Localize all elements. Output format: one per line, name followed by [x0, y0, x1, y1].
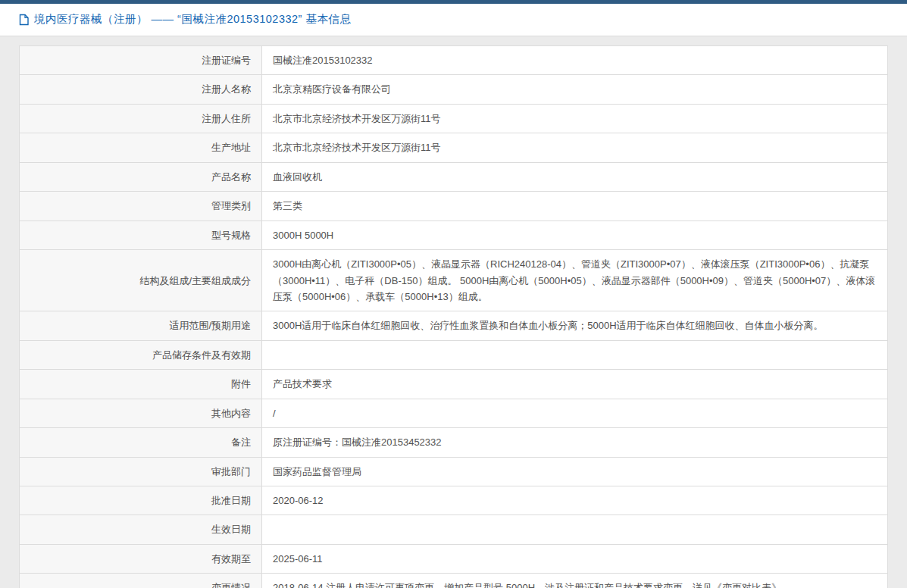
row-label-text: 生效日期	[211, 521, 251, 537]
table-row: 适用范围/预期用途3000H适用于临床自体红细胞回收、治疗性血浆置换和自体血小板…	[20, 311, 887, 340]
row-value: 国家药品监督管理局	[262, 458, 887, 486]
row-value: 3000H 5000H	[262, 221, 887, 249]
row-label-text: 附件	[231, 376, 251, 392]
row-label: 管理类别	[20, 192, 262, 220]
row-value: 2025-06-11	[262, 545, 887, 573]
document-icon	[19, 14, 29, 26]
row-label-text: 注册证编号	[202, 52, 251, 68]
row-value: 3000H由离心机（ZITI3000P•05）、液晶显示器（RICH240128…	[262, 250, 887, 311]
row-value	[262, 515, 887, 543]
page: 境内医疗器械（注册） —— “国械注准20153102332” 基本信息 注册证…	[0, 0, 907, 588]
row-label: 型号规格	[20, 221, 262, 249]
table-row: 生产地址北京市北京经济技术开发区万源街11号	[20, 133, 887, 162]
row-label: 结构及组成/主要组成成分	[20, 250, 262, 311]
row-label-text: 管理类别	[211, 198, 251, 214]
row-label-text: 有效期至	[211, 551, 251, 567]
table-row: 注册证编号国械注准20153102332	[20, 46, 887, 75]
content-area: 注册证编号国械注准20153102332注册人名称北京京精医疗设备有限公司注册人…	[0, 36, 907, 588]
row-label: 批准日期	[20, 486, 262, 514]
row-label: 备注	[20, 428, 262, 456]
table-row: 产品名称血液回收机	[20, 163, 887, 192]
row-label-text: 注册人住所	[202, 111, 251, 127]
row-value: 2020-06-12	[262, 486, 887, 514]
row-label-text: 审批部门	[211, 464, 251, 480]
row-label: 生产地址	[20, 133, 262, 161]
table-row: 备注原注册证编号：国械注准20153452332	[20, 428, 887, 457]
row-label: 有效期至	[20, 545, 262, 573]
row-value: 第三类	[262, 192, 887, 220]
row-label: 注册证编号	[20, 46, 262, 74]
table-row: 结构及组成/主要组成成分3000H由离心机（ZITI3000P•05）、液晶显示…	[20, 250, 887, 311]
row-value: 北京市北京经济技术开发区万源街11号	[262, 105, 887, 133]
row-label-text: 变更情况	[211, 580, 251, 588]
row-value: 产品技术要求	[262, 370, 887, 398]
row-label: 产品储存条件及有效期	[20, 341, 262, 369]
row-value: /	[262, 399, 887, 427]
row-label-text: 其他内容	[211, 405, 251, 421]
row-label-text: 批准日期	[211, 493, 251, 508]
row-label: 其他内容	[20, 399, 262, 427]
row-value	[262, 341, 887, 369]
table-row: 型号规格3000H 5000H	[20, 221, 887, 250]
row-value: 北京市北京经济技术开发区万源街11号	[262, 133, 887, 161]
table-row: 变更情况2018-06-14 注册人申请许可事项变更，增加产品型号 5000H，…	[20, 574, 887, 588]
table-row: 附件产品技术要求	[20, 370, 887, 399]
info-table: 注册证编号国械注准20153102332注册人名称北京京精医疗设备有限公司注册人…	[19, 45, 888, 588]
table-row: 产品储存条件及有效期	[20, 341, 887, 370]
table-row: 其他内容/	[20, 399, 887, 428]
table-row: 批准日期2020-06-12	[20, 486, 887, 515]
row-label-text: 适用范围/预期用途	[169, 317, 251, 333]
row-label: 审批部门	[20, 458, 262, 486]
table-row: 审批部门国家药品监督管理局	[20, 458, 887, 486]
table-row: 注册人名称北京京精医疗设备有限公司	[20, 75, 887, 104]
row-label: 附件	[20, 370, 262, 398]
row-label: 适用范围/预期用途	[20, 311, 262, 339]
row-label: 注册人住所	[20, 105, 262, 133]
row-label: 注册人名称	[20, 75, 262, 103]
row-label-text: 生产地址	[211, 139, 251, 155]
row-label-text: 注册人名称	[202, 81, 251, 97]
table-row: 管理类别第三类	[20, 192, 887, 220]
table-row: 有效期至2025-06-11	[20, 545, 887, 574]
row-label-text: 备注	[231, 434, 251, 450]
row-label-text: 产品名称	[211, 169, 251, 185]
page-title: 境内医疗器械（注册） —— “国械注准20153102332” 基本信息	[34, 12, 351, 27]
table-row: 注册人住所北京市北京经济技术开发区万源街11号	[20, 105, 887, 133]
row-label-text: 型号规格	[211, 227, 251, 243]
row-label: 产品名称	[20, 163, 262, 191]
row-value: 2018-06-14 注册人申请许可事项变更，增加产品型号 5000H，涉及注册…	[262, 574, 887, 588]
table-row: 生效日期	[20, 515, 887, 544]
row-label: 生效日期	[20, 515, 262, 543]
row-label: 变更情况	[20, 574, 262, 588]
row-value: 国械注准20153102332	[262, 46, 887, 74]
row-value: 血液回收机	[262, 163, 887, 191]
row-value: 原注册证编号：国械注准20153452332	[262, 428, 887, 456]
page-header: 境内医疗器械（注册） —— “国械注准20153102332” 基本信息	[0, 4, 907, 36]
row-label-text: 产品储存条件及有效期	[152, 347, 251, 363]
row-label-text: 结构及组成/主要组成成分	[139, 273, 251, 289]
row-value: 北京京精医疗设备有限公司	[262, 75, 887, 103]
row-value: 3000H适用于临床自体红细胞回收、治疗性血浆置换和自体血小板分离；5000H适…	[262, 311, 887, 339]
